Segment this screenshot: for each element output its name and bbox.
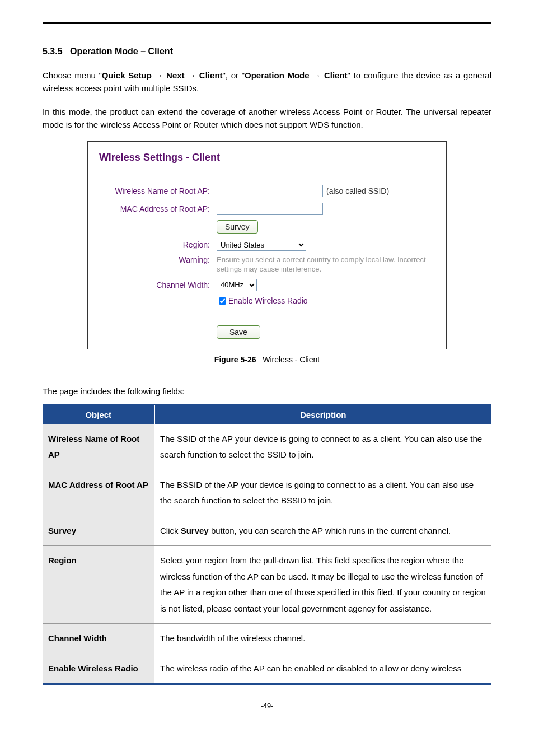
figure-heading: Wireless Settings - Client [99,152,435,164]
row-wireless-name: Wireless Name of Root AP: (also called S… [99,184,435,198]
description-table: Object Description Wireless Name of Root… [43,404,491,685]
row-mac: MAC Address of Root AP: [99,202,435,216]
ssid-note: (also called SSID) [326,186,389,195]
section-title: Operation Mode – Client [70,46,173,56]
label-enable-radio: Enable Wireless Radio [228,296,308,305]
paragraph-2: In this mode, the product can extend the… [43,105,491,132]
cell-desc-b: button, you can search the AP which runs… [209,526,451,535]
warning-text: Ensure you select a correct country to c… [217,255,435,274]
row-warning: Warning: Ensure you select a correct cou… [99,255,435,274]
input-mac[interactable] [217,203,323,215]
label-region: Region: [99,240,217,249]
label-channel-width: Channel Width: [99,281,217,290]
row-region: Region: United States [99,237,435,252]
table-row: Region Select your region from the pull-… [43,546,491,624]
figure-panel: Wireless Settings - Client Wireless Name… [87,141,447,349]
label-warning: Warning: [99,255,217,264]
cell-desc: The bandwidth of the wireless channel. [154,624,491,654]
section-number: 5.3.5 [43,46,63,56]
th-description: Description [154,404,491,424]
table-row: Survey Click Survey button, you can sear… [43,516,491,546]
page-number: -49- [43,702,491,721]
save-button[interactable]: Save [217,325,260,339]
cell-object: Wireless Name of Root AP [43,424,154,470]
table-row: Channel Width The bandwidth of the wirel… [43,624,491,654]
cell-desc: Select your region from the pull-down li… [154,546,491,624]
row-enable-radio: Enable Wireless Radio [217,296,435,306]
fields-intro: The page includes the following fields: [43,386,491,396]
row-survey: Survey [99,220,435,234]
cell-object: Channel Width [43,624,154,654]
cell-desc-a: Click [160,526,181,535]
cell-desc-bold: Survey [181,526,209,535]
row-channel-width: Channel Width: 40MHz [99,278,435,292]
p1-bold-2: Operation Mode → Client [245,71,348,80]
cell-desc: The SSID of the AP your device is going … [154,424,491,470]
p1-bold-1: Quick Setup → Next → Client [102,71,223,80]
label-wireless-name: Wireless Name of Root AP: [99,186,217,195]
checkbox-enable-radio[interactable] [219,297,226,305]
top-rule [43,22,491,24]
cell-desc: Click Survey button, you can search the … [154,516,491,546]
cell-object: Survey [43,516,154,546]
paragraph-1: Choose menu "Quick Setup → Next → Client… [43,69,491,95]
survey-button[interactable]: Survey [217,220,258,234]
section-heading: 5.3.5 Operation Mode – Client [43,46,491,57]
cell-object: MAC Address of Root AP [43,470,154,516]
cell-desc: The BSSID of the AP your device is going… [154,470,491,516]
select-channel-width[interactable]: 40MHz [217,279,257,291]
cell-object: Enable Wireless Radio [43,654,154,684]
cell-desc: The wireless radio of the AP can be enab… [154,654,491,684]
label-mac: MAC Address of Root AP: [99,204,217,213]
figure-caption: Figure 5-26 Wireless - Client [43,355,491,364]
p1-text-a: Choose menu " [43,71,102,80]
caption-text: Wireless - Client [263,355,320,364]
th-object: Object [43,404,154,424]
table-row: Wireless Name of Root AP The SSID of the… [43,424,491,470]
input-wireless-name[interactable] [217,185,323,197]
caption-bold: Figure 5-26 [214,355,256,364]
row-save: Save [217,325,435,339]
select-region[interactable]: United States [217,239,306,251]
cell-object: Region [43,546,154,624]
table-row: MAC Address of Root AP The BSSID of the … [43,470,491,516]
p1-text-c: ", or " [223,71,245,80]
table-row: Enable Wireless Radio The wireless radio… [43,654,491,684]
